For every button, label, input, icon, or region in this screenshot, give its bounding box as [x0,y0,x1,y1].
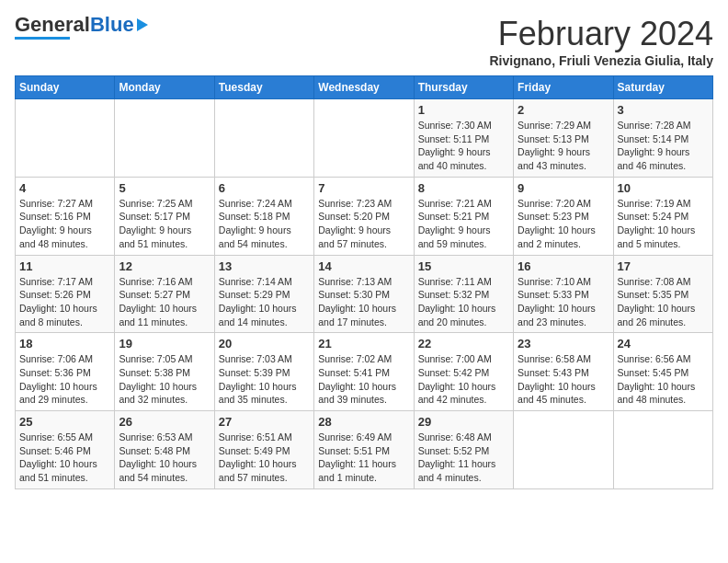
day-info: Sunrise: 7:25 AM Sunset: 5:17 PM Dayligh… [119,197,210,251]
day-number: 23 [518,337,609,350]
day-number: 27 [219,415,310,429]
day-info: Sunrise: 7:21 AM Sunset: 5:21 PM Dayligh… [418,197,509,251]
day-info: Sunrise: 6:55 AM Sunset: 5:46 PM Dayligh… [19,431,110,485]
day-number: 5 [119,181,210,195]
calendar-cell: 1Sunrise: 7:30 AM Sunset: 5:11 PM Daylig… [414,99,513,178]
calendar-cell: 22Sunrise: 7:00 AM Sunset: 5:42 PM Dayli… [414,333,513,411]
day-info: Sunrise: 7:05 AM Sunset: 5:38 PM Dayligh… [119,352,210,407]
location: Rivignano, Friuli Venezia Giulia, Italy [489,53,713,68]
day-header-sunday: Sunday [16,76,115,99]
day-header-thursday: Thursday [414,76,513,99]
day-info: Sunrise: 7:20 AM Sunset: 5:23 PM Dayligh… [518,197,609,251]
day-number: 12 [119,259,210,273]
logo-arrow-icon [137,18,148,31]
day-info: Sunrise: 7:02 AM Sunset: 5:41 PM Dayligh… [318,352,409,407]
day-info: Sunrise: 7:10 AM Sunset: 5:33 PM Dayligh… [518,275,609,329]
day-info: Sunrise: 7:16 AM Sunset: 5:27 PM Dayligh… [119,275,210,329]
day-info: Sunrise: 7:28 AM Sunset: 5:14 PM Dayligh… [618,119,709,173]
day-info: Sunrise: 7:24 AM Sunset: 5:18 PM Dayligh… [219,197,310,251]
calendar-cell: 6Sunrise: 7:24 AM Sunset: 5:18 PM Daylig… [214,177,313,255]
day-number: 17 [618,259,709,273]
day-info: Sunrise: 6:48 AM Sunset: 5:52 PM Dayligh… [418,431,509,485]
calendar-cell [514,411,613,489]
calendar-cell: 16Sunrise: 7:10 AM Sunset: 5:33 PM Dayli… [514,255,613,333]
calendar-cell: 12Sunrise: 7:16 AM Sunset: 5:27 PM Dayli… [115,255,214,333]
day-info: Sunrise: 6:53 AM Sunset: 5:48 PM Dayligh… [119,431,210,485]
day-number: 15 [418,259,509,273]
calendar-cell: 7Sunrise: 7:23 AM Sunset: 5:20 PM Daylig… [314,177,414,255]
day-number: 4 [19,181,110,195]
day-info: Sunrise: 7:11 AM Sunset: 5:32 PM Dayligh… [418,275,509,329]
calendar-week-row: 4Sunrise: 7:27 AM Sunset: 5:16 PM Daylig… [16,177,713,255]
day-number: 29 [418,415,509,429]
day-number: 11 [19,259,110,273]
calendar-cell: 26Sunrise: 6:53 AM Sunset: 5:48 PM Dayli… [115,411,214,489]
calendar-week-row: 11Sunrise: 7:17 AM Sunset: 5:26 PM Dayli… [16,255,713,333]
calendar-cell: 15Sunrise: 7:11 AM Sunset: 5:32 PM Dayli… [414,255,513,333]
logo-underline [15,37,70,40]
day-number: 6 [219,181,310,195]
calendar-cell: 25Sunrise: 6:55 AM Sunset: 5:46 PM Dayli… [16,411,115,489]
day-info: Sunrise: 7:27 AM Sunset: 5:16 PM Dayligh… [19,197,110,251]
calendar-cell: 20Sunrise: 7:03 AM Sunset: 5:39 PM Dayli… [214,333,313,411]
calendar-cell: 14Sunrise: 7:13 AM Sunset: 5:30 PM Dayli… [314,255,414,333]
calendar-week-row: 25Sunrise: 6:55 AM Sunset: 5:46 PM Dayli… [16,411,713,489]
day-header-monday: Monday [115,76,214,99]
day-info: Sunrise: 7:19 AM Sunset: 5:24 PM Dayligh… [618,197,709,251]
calendar-cell: 17Sunrise: 7:08 AM Sunset: 5:35 PM Dayli… [613,255,712,333]
day-number: 8 [418,181,509,195]
calendar-cell: 24Sunrise: 6:56 AM Sunset: 5:45 PM Dayli… [613,333,712,411]
day-number: 28 [318,415,409,429]
day-number: 9 [518,181,609,195]
logo-text: GeneralBlue [15,15,134,35]
month-title: February 2024 [489,15,713,53]
day-number: 14 [318,259,409,273]
calendar-header-row: SundayMondayTuesdayWednesdayThursdayFrid… [16,76,713,99]
calendar-week-row: 18Sunrise: 7:06 AM Sunset: 5:36 PM Dayli… [16,333,713,411]
day-info: Sunrise: 7:13 AM Sunset: 5:30 PM Dayligh… [318,275,409,329]
calendar-cell: 5Sunrise: 7:25 AM Sunset: 5:17 PM Daylig… [115,177,214,255]
day-number: 13 [219,259,310,273]
day-number: 22 [418,337,509,350]
day-number: 16 [518,259,609,273]
calendar-week-row: 1Sunrise: 7:30 AM Sunset: 5:11 PM Daylig… [16,99,713,178]
day-number: 18 [19,337,110,350]
calendar-cell: 8Sunrise: 7:21 AM Sunset: 5:21 PM Daylig… [414,177,513,255]
day-number: 24 [618,337,709,350]
day-info: Sunrise: 7:17 AM Sunset: 5:26 PM Dayligh… [19,275,110,329]
calendar-cell [16,99,115,178]
calendar-table: SundayMondayTuesdayWednesdayThursdayFrid… [15,75,713,489]
day-number: 25 [19,415,110,429]
calendar-cell: 23Sunrise: 6:58 AM Sunset: 5:43 PM Dayli… [514,333,613,411]
day-info: Sunrise: 6:56 AM Sunset: 5:45 PM Dayligh… [618,352,709,407]
day-number: 10 [618,181,709,195]
day-info: Sunrise: 6:58 AM Sunset: 5:43 PM Dayligh… [518,352,609,407]
calendar-cell [115,99,214,178]
day-number: 2 [518,103,609,117]
logo: GeneralBlue [15,15,148,40]
day-info: Sunrise: 6:51 AM Sunset: 5:49 PM Dayligh… [219,431,310,485]
day-number: 21 [318,337,409,350]
calendar-cell [613,411,712,489]
calendar-cell: 9Sunrise: 7:20 AM Sunset: 5:23 PM Daylig… [514,177,613,255]
calendar-cell: 18Sunrise: 7:06 AM Sunset: 5:36 PM Dayli… [16,333,115,411]
day-number: 7 [318,181,409,195]
day-info: Sunrise: 7:06 AM Sunset: 5:36 PM Dayligh… [19,352,110,407]
calendar-cell [314,99,414,178]
day-info: Sunrise: 7:29 AM Sunset: 5:13 PM Dayligh… [518,119,609,173]
calendar-cell: 27Sunrise: 6:51 AM Sunset: 5:49 PM Dayli… [214,411,313,489]
day-number: 26 [119,415,210,429]
calendar-cell: 11Sunrise: 7:17 AM Sunset: 5:26 PM Dayli… [16,255,115,333]
day-info: Sunrise: 7:03 AM Sunset: 5:39 PM Dayligh… [219,352,310,407]
calendar-cell: 28Sunrise: 6:49 AM Sunset: 5:51 PM Dayli… [314,411,414,489]
calendar-cell: 13Sunrise: 7:14 AM Sunset: 5:29 PM Dayli… [214,255,313,333]
page-header: GeneralBlue February 2024 Rivignano, Fri… [15,15,713,68]
day-info: Sunrise: 7:30 AM Sunset: 5:11 PM Dayligh… [418,119,509,173]
day-number: 1 [418,103,509,117]
day-info: Sunrise: 7:23 AM Sunset: 5:20 PM Dayligh… [318,197,409,251]
day-info: Sunrise: 7:14 AM Sunset: 5:29 PM Dayligh… [219,275,310,329]
calendar-cell: 2Sunrise: 7:29 AM Sunset: 5:13 PM Daylig… [514,99,613,178]
calendar-cell: 29Sunrise: 6:48 AM Sunset: 5:52 PM Dayli… [414,411,513,489]
day-header-saturday: Saturday [613,76,712,99]
day-number: 19 [119,337,210,350]
